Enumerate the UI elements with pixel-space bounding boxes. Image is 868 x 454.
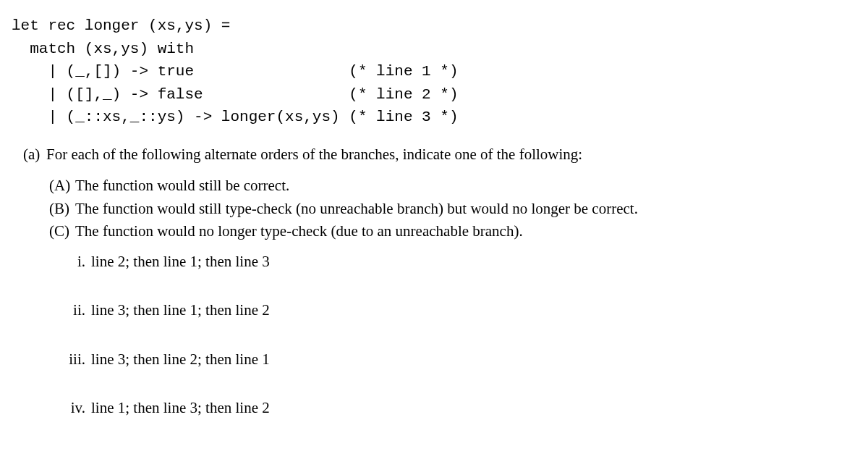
option-A: (A) The function would still be correct.	[49, 175, 856, 198]
sub-ii-label: ii.	[56, 299, 85, 322]
sub-items: i. line 2; then line 1; then line 3 ii. …	[56, 251, 856, 420]
sub-iv-text: line 1; then line 3; then line 2	[91, 397, 270, 420]
sub-item-ii: ii. line 3; then line 1; then line 2	[56, 299, 856, 322]
option-C-label: (C)	[49, 220, 75, 243]
sub-i-label: i.	[56, 251, 85, 274]
code-line-1: let rec longer (xs,ys) =	[12, 17, 230, 34]
code-line-3: | (_,[]) -> true (* line 1 *)	[12, 63, 459, 80]
code-block: let rec longer (xs,ys) = match (xs,ys) w…	[12, 14, 856, 129]
option-B: (B) The function would still type-check …	[49, 198, 856, 221]
sub-iii-label: iii.	[56, 348, 85, 371]
part-a-label: (a)	[23, 143, 46, 167]
code-line-2: match (xs,ys) with	[12, 41, 194, 57]
option-C-text: The function would no longer type-check …	[75, 220, 523, 243]
option-B-text: The function would still type-check (no …	[75, 198, 638, 221]
option-B-label: (B)	[49, 198, 75, 221]
option-A-label: (A)	[49, 175, 75, 198]
part-a: (a) For each of the following alternate …	[23, 143, 856, 167]
sub-ii-text: line 3; then line 1; then line 2	[91, 299, 270, 322]
sub-iv-label: iv.	[56, 397, 85, 420]
sub-item-iv: iv. line 1; then line 3; then line 2	[56, 397, 856, 420]
question-block: (a) For each of the following alternate …	[23, 143, 856, 420]
option-C: (C) The function would no longer type-ch…	[49, 220, 856, 243]
options-list: (A) The function would still be correct.…	[49, 175, 856, 243]
sub-i-text: line 2; then line 1; then line 3	[91, 251, 270, 274]
sub-item-iii: iii. line 3; then line 2; then line 1	[56, 348, 856, 371]
sub-item-i: i. line 2; then line 1; then line 3	[56, 251, 856, 274]
sub-iii-text: line 3; then line 2; then line 1	[91, 348, 270, 371]
code-line-4: | ([],_) -> false (* line 2 *)	[12, 86, 459, 103]
code-line-5: | (_::xs,_::ys) -> longer(xs,ys) (* line…	[12, 109, 459, 125]
part-a-text: For each of the following alternate orde…	[46, 143, 582, 167]
option-A-text: The function would still be correct.	[75, 175, 289, 198]
